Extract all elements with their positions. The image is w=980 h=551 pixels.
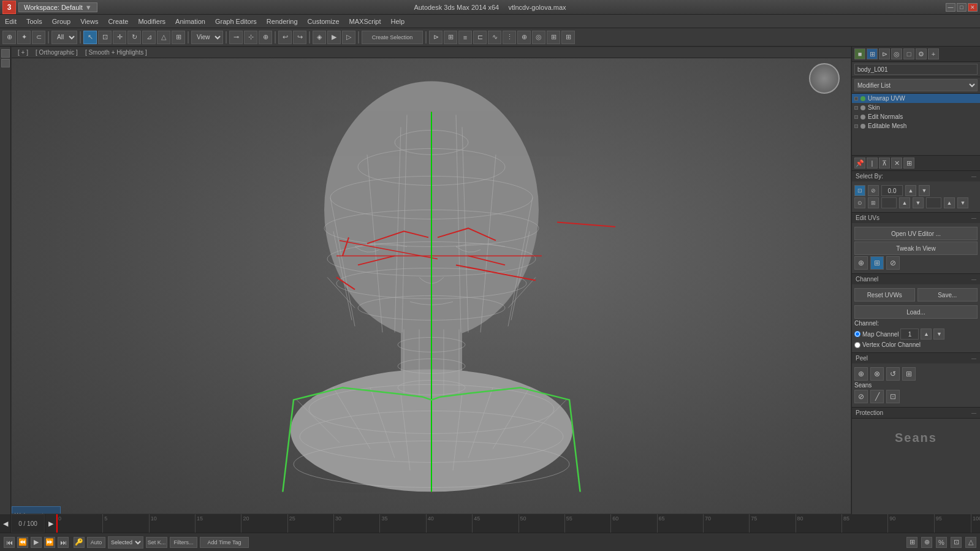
mod-vis-toggle-3[interactable] — [854, 115, 858, 119]
timeline-bar[interactable]: 0 5 10 15 20 25 30 35 40 45 50 55 60 65 … — [56, 514, 980, 533]
viewport-plus-btn[interactable]: [ + ] — [15, 48, 31, 56]
maximize-button[interactable]: □ — [957, 3, 967, 12]
toolbar-layer-manager[interactable]: ⊞ — [547, 31, 560, 44]
toolbar-move-tool[interactable]: ✛ — [113, 31, 126, 44]
mod-vis-toggle-2[interactable] — [854, 106, 858, 110]
toolbar-time-config[interactable]: ⊞ — [444, 31, 457, 44]
select-by-step-dn[interactable]: ▼ — [913, 197, 924, 208]
mod-vis-toggle[interactable] — [854, 97, 858, 101]
timeline-prev-btn[interactable]: ◀ — [0, 514, 11, 533]
viewport-canvas[interactable]: Welcome to — [12, 58, 851, 514]
mod-sub-config[interactable]: ⊞ — [903, 158, 914, 169]
menu-help[interactable]: Help — [386, 17, 410, 26]
percent-snap-icon[interactable]: % — [936, 537, 947, 548]
toolbar-region-tool[interactable]: ✦ — [17, 31, 31, 44]
play-forward-btn[interactable]: ⏭ — [58, 537, 69, 548]
seams-tool-3[interactable]: ⊡ — [886, 390, 900, 403]
rp-modify-icon[interactable]: ⊞ — [867, 48, 878, 59]
toolbar-rotate-tool[interactable]: ↻ — [127, 31, 141, 44]
menu-rendering[interactable]: Rendering — [262, 17, 303, 26]
filters-btn[interactable]: Filters... — [170, 537, 197, 548]
close-button[interactable]: ✕ — [968, 3, 978, 12]
select-by-header[interactable]: Select By: — — [852, 171, 980, 181]
select-by-spin-up[interactable]: ▲ — [905, 185, 916, 196]
toolbar-bind-space-warp[interactable]: ⊕ — [259, 31, 272, 44]
toolbar-mirror[interactable]: ⊞ — [172, 31, 185, 44]
menu-group[interactable]: Group — [47, 17, 76, 26]
peel-tool-4[interactable]: ⊞ — [902, 367, 916, 381]
viewport-shading-btn[interactable]: [ Smooth + Highlights ] — [83, 48, 150, 56]
vertex-color-radio[interactable] — [854, 342, 860, 348]
vertex-color-radio-label[interactable]: Vertex Color Channel — [854, 341, 978, 348]
left-btn-1[interactable] — [1, 49, 10, 58]
select-by-step2-dn[interactable]: ▼ — [957, 197, 968, 208]
select-by-val-input[interactable] — [881, 197, 897, 208]
toolbar-scale-tool[interactable]: ⊿ — [142, 31, 156, 44]
menu-customize[interactable]: Customize — [303, 17, 344, 26]
menu-edit[interactable]: Edit — [0, 17, 21, 26]
peel-tool-1[interactable]: ⊕ — [854, 367, 868, 381]
mod-sub-remove[interactable]: ✕ — [891, 158, 902, 169]
peel-tool-2[interactable]: ⊗ — [870, 367, 884, 381]
play-btn[interactable]: ▶ — [31, 537, 42, 548]
peel-tool-3[interactable]: ↺ — [886, 367, 900, 381]
workspace-dropdown-icon[interactable]: ▼ — [85, 4, 92, 11]
angle-snap-icon[interactable]: △ — [965, 537, 976, 548]
map-channel-input[interactable] — [900, 329, 919, 340]
rp-motion-icon[interactable]: ◎ — [891, 48, 902, 59]
mod-sub-expand[interactable]: ⊼ — [879, 158, 890, 169]
key-filter-btn[interactable]: 🔑 — [74, 537, 85, 548]
select-by-vertex-btn[interactable]: ⊙ — [854, 197, 865, 208]
modifier-editable-mesh[interactable]: Editable Mesh — [852, 121, 980, 131]
tweak-in-view-btn[interactable]: Tweak In View — [854, 241, 978, 255]
filter-select[interactable]: All — [51, 31, 77, 44]
rp-display-tab-icon[interactable]: □ — [903, 48, 914, 59]
mod-sub-pin[interactable]: 📌 — [854, 158, 865, 169]
reset-uvws-btn[interactable]: Reset UVWs — [854, 288, 915, 302]
menu-tools[interactable]: Tools — [21, 17, 47, 26]
rp-hierarchy-icon[interactable]: ⊳ — [879, 48, 890, 59]
save-btn[interactable]: Save... — [917, 288, 978, 302]
timeline-next-btn[interactable]: ▶ — [45, 514, 56, 533]
open-uv-editor-btn[interactable]: Open UV Editor ... — [854, 227, 978, 240]
viewport[interactable]: [ + ] [ Orthographic ] [ Smooth + Highli… — [11, 47, 851, 514]
toolbar-lasso-tool[interactable]: ⊂ — [32, 31, 45, 44]
modifier-list-dropdown[interactable]: Modifier List — [854, 79, 978, 91]
load-btn[interactable]: Load... — [854, 305, 978, 319]
seams-tool-1[interactable]: ⊘ — [854, 390, 868, 403]
toolbar-undo[interactable]: ↩ — [278, 31, 292, 44]
channel-header[interactable]: Channel — — [852, 274, 980, 284]
auto-key-btn[interactable]: Auto — [87, 537, 105, 548]
minimize-button[interactable]: — — [946, 3, 955, 12]
toolbar-unlink[interactable]: ⊹ — [244, 31, 257, 44]
map-channel-up[interactable]: ▲ — [921, 329, 932, 340]
protection-header[interactable]: Protection — — [852, 408, 980, 418]
select-by-spin-dn[interactable]: ▼ — [919, 185, 930, 196]
menu-graph-editors[interactable]: Graph Editors — [210, 17, 262, 26]
menu-modifiers[interactable]: Modifiers — [133, 17, 170, 26]
toolbar-render-setup[interactable]: ◈ — [313, 31, 326, 44]
menu-animation[interactable]: Animation — [170, 17, 210, 26]
nav-cube[interactable] — [809, 63, 846, 100]
toolbar-render-frame[interactable]: ▷ — [342, 31, 355, 44]
uv-tool-1[interactable]: ⊕ — [854, 256, 868, 270]
menu-create[interactable]: Create — [103, 17, 133, 26]
select-by-seam-btn[interactable]: ⊞ — [868, 197, 879, 208]
toolbar-select-tool[interactable]: ⊕ — [2, 31, 16, 44]
toolbar-curve-editor[interactable]: ∿ — [488, 31, 501, 44]
toolbar-material-editor[interactable]: ◎ — [532, 31, 545, 44]
toolbar-snap-toggle[interactable]: ⋮ — [503, 31, 516, 44]
workspace-label[interactable]: Workspace: Default ▼ — [18, 2, 97, 12]
modifier-unwrap-uvw[interactable]: Unwrap UVW — [852, 94, 980, 103]
object-name-input[interactable] — [854, 64, 978, 75]
next-frame-btn[interactable]: ⏩ — [44, 537, 55, 548]
modifier-skin[interactable]: Skin — [852, 103, 980, 112]
toolbar-link[interactable]: ⊸ — [229, 31, 243, 44]
toolbar-create-sel-btn[interactable]: Create Selection — [362, 31, 423, 44]
seams-tool-2[interactable]: ╱ — [870, 390, 884, 403]
map-channel-radio-label[interactable]: Map Channel ▲ ▼ — [854, 329, 978, 340]
map-channel-radio[interactable] — [854, 331, 860, 337]
map-channel-dn[interactable]: ▼ — [933, 329, 944, 340]
toolbar-redo[interactable]: ↪ — [293, 31, 306, 44]
rp-utilities-icon[interactable]: ⚙ — [916, 48, 927, 59]
